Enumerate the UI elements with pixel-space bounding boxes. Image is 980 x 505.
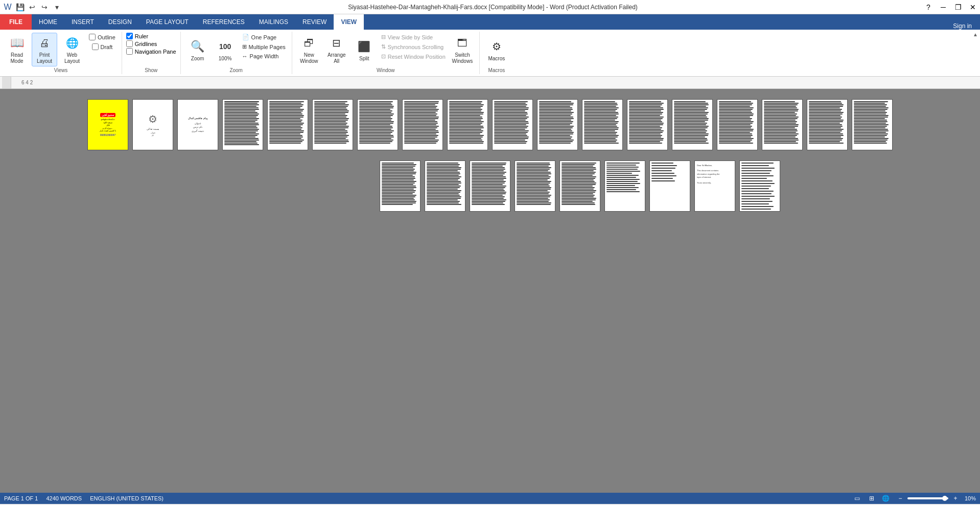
page-info: PAGE 1 OF 1 xyxy=(4,495,38,501)
tab-home[interactable]: HOME xyxy=(32,14,64,30)
document-area[interactable]: تحقیق آنلاین yahghooline2.irمرجع دانلودف… xyxy=(0,89,980,493)
read-mode-button[interactable]: 📖 Read Mode xyxy=(4,33,30,66)
page-thumb-10[interactable] xyxy=(492,99,533,150)
zoom-slider-thumb[interactable] xyxy=(942,496,947,501)
split-button[interactable]: ⬛ Split xyxy=(352,33,377,66)
page-width-button[interactable]: ↔ Page Width xyxy=(240,52,288,60)
word-count: 4240 WORDS xyxy=(46,495,82,501)
page-thumb-9[interactable] xyxy=(447,99,488,150)
ruler-values: 6 4 2 xyxy=(21,80,33,85)
page-thumb-20[interactable] xyxy=(425,160,465,212)
synchronous-scrolling-button[interactable]: ⇅ Synchronous Scrolling xyxy=(379,42,448,51)
view-side-by-side-button[interactable]: ⊟ View Side by Side xyxy=(379,33,448,41)
page-thumb-26[interactable]: Dear Sir/Madam, This document contains i… xyxy=(694,160,735,212)
tab-view[interactable]: VIEW xyxy=(334,14,364,30)
page-thumb-7[interactable] xyxy=(357,99,398,150)
ruler-corner xyxy=(2,77,11,88)
synchronous-scrolling-icon: ⇅ xyxy=(381,43,386,50)
one-page-button[interactable]: 📄 One Page xyxy=(240,33,288,41)
page-thumb-2[interactable]: ⚙ بسمه تعالی عنواننام xyxy=(132,99,173,150)
new-window-button[interactable]: 🗗 NewWindow xyxy=(296,33,322,66)
page-thumb-8[interactable] xyxy=(402,99,443,150)
page-thumb-17[interactable] xyxy=(807,99,848,150)
page-thumb-13[interactable] xyxy=(627,99,668,150)
web-layout-status-button[interactable]: 🌐 xyxy=(881,494,891,503)
save-button[interactable]: 💾 xyxy=(14,2,26,13)
page-thumb-11[interactable] xyxy=(537,99,578,150)
multiple-pages-button[interactable]: ⊞ Multiple Pages xyxy=(240,42,288,51)
page-thumb-6[interactable] xyxy=(312,99,353,150)
page-thumb-22[interactable] xyxy=(515,160,555,212)
tab-page-layout[interactable]: PAGE LAYOUT xyxy=(139,14,196,30)
macros-group-content: ⚙ Macros xyxy=(484,33,509,66)
quick-access-toolbar: W 💾 ↩ ↪ ▾ xyxy=(0,2,64,13)
page-thumb-1[interactable]: تحقیق آنلاین yahghooline2.irمرجع دانلودف… xyxy=(87,99,128,150)
multiple-pages-icon: ⊞ xyxy=(242,43,247,50)
outline-button[interactable]: Outline xyxy=(87,33,118,41)
page-thumb-12[interactable] xyxy=(582,99,623,150)
ruler-checkbox[interactable] xyxy=(126,33,133,39)
full-screen-status-button[interactable]: ⊞ xyxy=(867,494,877,503)
close-button[interactable]: ✕ xyxy=(966,0,980,14)
macros-button[interactable]: ⚙ Macros xyxy=(484,33,509,66)
web-layout-icon: 🌐 xyxy=(64,35,80,51)
language: ENGLISH (UNITED STATES) xyxy=(90,495,164,501)
print-layout-button[interactable]: 🖨 PrintLayout xyxy=(32,33,57,66)
redo-button[interactable]: ↪ xyxy=(39,2,50,13)
ruler-item[interactable]: Ruler xyxy=(126,33,176,39)
macros-group-label: Macros xyxy=(488,66,505,73)
zoom-100-button[interactable]: 100 100% xyxy=(213,33,238,66)
page-thumb-15[interactable] xyxy=(717,99,758,150)
zoom-in-button[interactable]: + xyxy=(950,494,961,503)
zoom-slider[interactable] xyxy=(907,497,948,499)
view-side-by-side-icon: ⊟ xyxy=(381,34,386,40)
split-label: Split xyxy=(359,56,369,61)
zoom-button[interactable]: 🔍 Zoom xyxy=(185,33,211,66)
print-layout-icon: 🖨 xyxy=(36,35,53,51)
print-layout-status-button[interactable]: ▭ xyxy=(852,494,862,503)
page-thumb-4[interactable] xyxy=(222,99,263,150)
web-layout-button[interactable]: 🌐 Web Layout xyxy=(59,33,85,66)
signin-button[interactable]: Sign in xyxy=(945,22,980,30)
page-thumb-19[interactable] xyxy=(380,160,421,212)
zoom-out-button[interactable]: − xyxy=(895,494,905,503)
page-thumb-25[interactable] xyxy=(649,160,690,212)
page-thumb-23[interactable] xyxy=(559,160,600,212)
navigation-pane-checkbox[interactable] xyxy=(126,48,133,55)
customize-qat-button[interactable]: ▾ xyxy=(51,2,62,13)
gridlines-checkbox[interactable] xyxy=(126,40,133,47)
page-thumb-18[interactable] xyxy=(852,99,893,150)
web-layout-label: Web Layout xyxy=(60,52,84,64)
tab-design[interactable]: DESIGN xyxy=(101,14,139,30)
page-thumb-5[interactable] xyxy=(267,99,308,150)
page-thumb-14[interactable] xyxy=(672,99,713,150)
tab-review[interactable]: REVIEW xyxy=(295,14,334,30)
page-width-label: Page Width xyxy=(250,53,279,59)
restore-button[interactable]: ❐ xyxy=(951,0,965,14)
switch-windows-button[interactable]: 🗔 SwitchWindows xyxy=(450,33,475,66)
ribbon-collapse-button[interactable]: ▲ xyxy=(973,32,978,37)
tab-references[interactable]: REFERENCES xyxy=(196,14,252,30)
undo-button[interactable]: ↩ xyxy=(27,2,38,13)
tab-file[interactable]: FILE xyxy=(0,14,32,30)
gridlines-item[interactable]: Gridlines xyxy=(126,40,176,47)
reset-window-position-button[interactable]: ⊡ Reset Window Position xyxy=(379,52,448,61)
draft-checkbox[interactable] xyxy=(92,43,99,50)
minimize-button[interactable]: ─ xyxy=(936,0,950,14)
tab-insert[interactable]: INSERT xyxy=(64,14,101,30)
views-extra: Outline Draft xyxy=(87,33,118,51)
page-thumb-27[interactable] xyxy=(739,160,780,212)
show-group-content: Ruler Gridlines Navigation Pane xyxy=(126,33,176,66)
outline-checkbox[interactable] xyxy=(89,34,96,40)
help-button[interactable]: ? xyxy=(921,0,936,14)
window-label: Window xyxy=(377,66,395,73)
draft-button[interactable]: Draft xyxy=(90,42,115,51)
page-thumb-3[interactable]: پیام هاشمی کمال عنوان نام درس نتیجه گیری xyxy=(177,99,218,150)
tab-mailings[interactable]: MAILINGS xyxy=(252,14,295,30)
arrange-all-button[interactable]: ⊟ ArrangeAll xyxy=(324,33,349,66)
page-thumb-24[interactable] xyxy=(604,160,645,212)
navigation-pane-item[interactable]: Navigation Pane xyxy=(126,48,176,55)
page-thumb-21[interactable] xyxy=(470,160,510,212)
view-side-by-side-label: View Side by Side xyxy=(388,34,433,40)
page-thumb-16[interactable] xyxy=(762,99,803,150)
